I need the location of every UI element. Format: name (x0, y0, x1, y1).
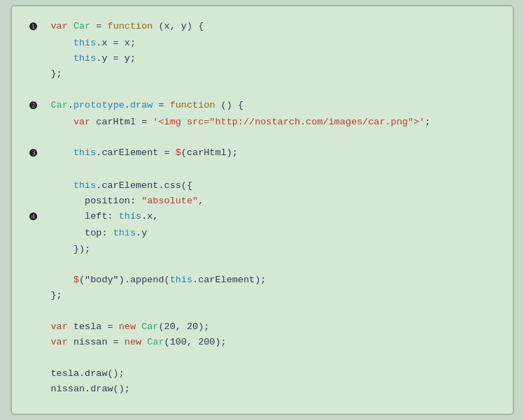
code-line: nissan.draw(); (29, 382, 496, 397)
code-token: left: (51, 211, 119, 222)
code-line (29, 257, 496, 273)
code-token: $ (176, 147, 181, 158)
code-token: }); (51, 244, 91, 254)
code-token: .y (136, 228, 147, 238)
code-block: ❶var Car = function (x, y) { this.x = x;… (29, 19, 496, 398)
code-token: Car (141, 321, 158, 332)
code-token: = (136, 117, 153, 127)
line-content: this.carElement.css({ (51, 178, 496, 194)
code-token: var (51, 321, 73, 332)
code-line: tesla.draw(); (29, 366, 496, 382)
code-token: . (68, 100, 73, 110)
code-token: (20, 20); (158, 321, 209, 332)
line-content: }; (51, 66, 496, 82)
code-line: var tesla = new Car(20, 20); (29, 319, 496, 335)
code-token: = (153, 100, 169, 110)
line-content (51, 163, 496, 178)
code-line: position: "absolute", (29, 194, 496, 209)
code-line: }); (29, 242, 496, 257)
code-token: function (108, 21, 153, 31)
code-token: this (113, 228, 136, 238)
code-token: function (170, 100, 215, 110)
code-token: Car (51, 100, 68, 110)
code-token: "absolute" (141, 196, 198, 206)
code-token: = (90, 21, 107, 31)
code-token: nissan.draw(); (51, 384, 130, 394)
code-line: ❷Car.prototype.draw = function () { (29, 98, 496, 115)
code-token: }; (51, 290, 62, 300)
code-token: tesla.draw(); (51, 368, 125, 379)
code-token: var (73, 117, 96, 127)
code-token: prototype (73, 100, 125, 110)
code-token: this (119, 211, 141, 222)
line-content: $("body").append(this.carElement); (51, 273, 496, 288)
code-line: this.carElement.css({ (29, 178, 496, 194)
code-token: $ (73, 275, 79, 285)
code-line: this.y = y; (29, 51, 496, 66)
line-content: this.y = y; (51, 51, 496, 66)
code-line: }; (29, 288, 496, 303)
code-line: ❶var Car = function (x, y) { (29, 19, 496, 36)
line-number: ❸ (29, 146, 48, 162)
line-content: top: this.y (51, 226, 496, 241)
code-line: var carHtml = '<img src="http://nostarch… (29, 115, 496, 130)
code-token: new (119, 321, 141, 332)
line-content: var nissan = new Car(100, 200); (51, 335, 496, 350)
code-token: Car (147, 337, 164, 347)
code-token: . (125, 100, 130, 110)
code-token: .carElement = (96, 147, 175, 158)
code-line (29, 163, 496, 178)
line-number: ❹ (29, 210, 48, 226)
line-content: var Car = function (x, y) { (51, 19, 496, 34)
code-token: (carHtml); (181, 147, 238, 158)
code-token: .x, (141, 211, 158, 222)
code-token (51, 147, 73, 158)
code-token: }; (51, 68, 62, 79)
code-token: = (108, 337, 125, 347)
code-token: .x = x; (96, 38, 136, 48)
code-token: tesla (73, 321, 102, 332)
code-token: = (101, 321, 118, 332)
code-token: (x, y) { (153, 21, 204, 31)
code-token (51, 117, 73, 127)
code-line (29, 351, 496, 366)
code-token: ("body").append( (79, 275, 170, 285)
code-token: , (198, 196, 204, 206)
code-token: nissan (73, 337, 108, 347)
code-line: top: this.y (29, 226, 496, 241)
line-content: left: this.x, (51, 209, 496, 224)
line-content (51, 351, 496, 366)
line-content: this.carElement = $(carHtml); (51, 145, 496, 161)
code-token (51, 180, 73, 191)
code-token: this (170, 275, 192, 285)
code-token: this (73, 147, 96, 158)
code-token: .carElement.css({ (96, 180, 192, 191)
code-line: }; (29, 66, 496, 82)
line-number: ❶ (29, 20, 48, 36)
code-token: var (51, 21, 73, 31)
code-line: this.x = x; (29, 36, 496, 51)
code-token: this (51, 38, 97, 48)
code-token: draw (130, 100, 153, 110)
line-content: }); (51, 242, 496, 257)
line-content (51, 130, 496, 145)
code-token: () { (215, 100, 243, 110)
code-token: '<img src="http://nostarch.com/images/ca… (153, 117, 425, 127)
code-line (29, 82, 496, 98)
line-content: tesla.draw(); (51, 366, 496, 382)
code-token: top: (51, 228, 113, 238)
line-content (51, 82, 496, 98)
code-line: $("body").append(this.carElement); (29, 273, 496, 288)
code-token: this (73, 180, 96, 191)
line-content: var carHtml = '<img src="http://nostarch… (51, 115, 496, 130)
code-token: this (51, 53, 97, 64)
line-content: }; (51, 288, 496, 303)
code-token (51, 275, 73, 285)
line-content (51, 257, 496, 273)
code-token: .y = y; (96, 53, 136, 64)
code-token: (100, 200); (164, 337, 227, 347)
code-token: ; (425, 117, 430, 127)
line-content: nissan.draw(); (51, 382, 496, 397)
code-token: var (51, 337, 73, 347)
line-content: position: "absolute", (51, 194, 496, 209)
